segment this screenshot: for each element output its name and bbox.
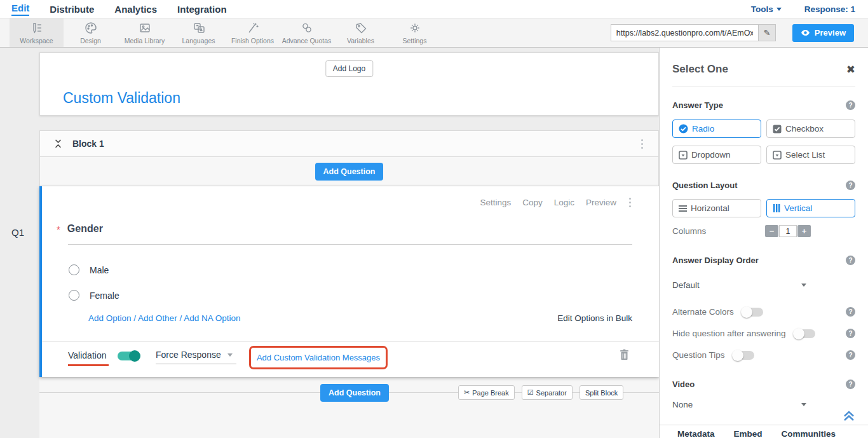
validation-toggle[interactable] [118,352,139,360]
scroll-to-top-button[interactable] [843,410,855,424]
tab-embed[interactable]: Embed [734,429,763,438]
select-list-icon [773,151,782,160]
help-icon[interactable]: ? [846,181,855,190]
video-value: None [672,400,693,409]
toolbar-label: Variables [347,37,374,44]
minus-icon: − [770,227,775,235]
option-add-links: Add Option / Add Other / Add NA Option [88,313,241,323]
help-icon[interactable]: ? [846,329,855,338]
question-tips-toggle[interactable] [733,351,754,360]
tag-icon [354,21,368,35]
add-custom-validation-messages-link[interactable]: Add Custom Validation Messages [257,353,380,362]
answer-type-checkbox-button[interactable]: Checkbox [766,120,855,138]
hide-question-toggle[interactable] [794,329,815,338]
add-other-link[interactable]: Add Other [138,313,177,323]
columns-plus-button[interactable]: + [797,225,811,237]
option-label[interactable]: Male [90,265,109,275]
separator-label: Separator [536,389,567,397]
tab-metadata[interactable]: Metadata [677,429,715,438]
video-label-row: Video ? [672,380,855,389]
help-icon[interactable]: ? [846,307,855,317]
toolbar-item-languages[interactable]: Languages [172,18,226,47]
answer-type-label: Answer Type [672,100,723,110]
split-block-button[interactable]: Split Block [580,385,623,400]
add-na-option-link[interactable]: Add NA Option [184,313,240,323]
answer-type-select-list-button[interactable]: Select List [766,146,855,164]
answer-option-row: Male [69,264,109,275]
nav-tab-integration[interactable]: Integration [177,4,227,15]
help-icon[interactable]: ? [846,256,855,265]
toolbar-item-variables[interactable]: Variables [334,18,388,47]
toolbar-item-media-library[interactable]: Media Library [118,18,172,47]
collapse-block-icon[interactable] [54,139,62,149]
layout-option-label: Vertical [784,203,812,213]
toolbar-item-workspace[interactable]: Workspace [10,18,64,47]
columns-value: 1 [779,225,797,237]
question-tips-row: Question Tips ? [672,350,855,360]
answer-type-option-label: Radio [692,124,714,133]
question-preview-link[interactable]: Preview [586,198,616,207]
radio-button-female[interactable] [69,290,79,301]
hide-question-label: Hide question after answering [672,329,786,338]
checkbox-icon [773,125,782,133]
alternate-colors-toggle[interactable] [742,308,763,317]
help-icon[interactable]: ? [846,100,855,110]
question-text[interactable]: Gender [67,223,103,235]
option-label[interactable]: Female [90,291,119,301]
add-logo-button[interactable]: Add Logo [325,60,373,77]
video-select[interactable]: None [672,400,855,409]
alternate-colors-row: Alternate Colors ? [672,307,855,317]
response-count[interactable]: Response: 1 [804,4,855,14]
toolbar-item-design[interactable]: Design [64,18,118,47]
question-settings-link[interactable]: Settings [480,198,511,207]
columns-stepper: − 1 + [765,225,811,237]
question-kebab-menu-icon[interactable] [629,198,631,207]
answer-type-dropdown-button[interactable]: Dropdown [672,146,761,164]
tab-communities[interactable]: Communities [782,429,836,438]
layout-horizontal-button[interactable]: Horizontal [672,199,761,217]
edit-options-in-bulk-link[interactable]: Edit Options in Bulk [557,313,632,323]
separator-button[interactable]: ☑ Separator [522,385,573,400]
nav-tab-edit[interactable]: Edit [11,3,29,16]
page-break-button[interactable]: ✂ Page Break [458,385,515,400]
answer-type-option-label: Dropdown [691,150,731,160]
answer-display-order-select[interactable]: Default [672,280,855,290]
preview-label: Preview [815,28,846,38]
horizontal-lines-icon [679,205,687,212]
toolbar-label: Design [80,37,101,44]
toolbar-label: Advance Quotas [282,37,332,44]
block-kebab-menu-icon[interactable] [641,139,643,149]
force-response-dropdown[interactable]: Force Response [156,350,236,364]
validation-label: Validation [68,350,106,360]
answer-type-radio-button[interactable]: Radio [672,120,761,138]
add-question-button[interactable]: Add Question [315,163,384,181]
block-title[interactable]: Block 1 [72,139,104,149]
toolbar-item-settings[interactable]: Settings [388,18,442,47]
add-question-button-bottom[interactable]: Add Question [320,384,389,402]
radio-check-icon [679,124,688,133]
red-annotation-underline [68,364,109,366]
tools-dropdown[interactable]: Tools [751,4,782,14]
help-icon[interactable]: ? [846,350,855,360]
question-layout-grid: Horizontal Vertical [672,199,855,217]
columns-minus-button[interactable]: − [765,225,778,237]
help-icon[interactable]: ? [846,380,855,389]
survey-title[interactable]: Custom Validation [63,90,180,107]
toolbar-item-advance-quotas[interactable]: Advance Quotas [280,18,334,47]
chevron-down-icon [801,284,806,287]
layout-option-label: Horizontal [691,203,729,213]
question-logic-link[interactable]: Logic [554,198,574,207]
close-icon[interactable]: ✖ [846,64,855,75]
radio-button-male[interactable] [69,264,79,275]
delete-question-button[interactable] [620,349,629,363]
survey-url-input[interactable] [611,24,758,41]
layout-vertical-button[interactable]: Vertical [766,199,855,217]
toolbar-item-finish-options[interactable]: Finish Options [226,18,280,47]
preview-button[interactable]: Preview [792,24,854,42]
nav-tab-analytics[interactable]: Analytics [114,4,157,15]
nav-tab-distribute[interactable]: Distribute [50,4,94,15]
edit-url-button[interactable]: ✎ [758,24,776,41]
chevron-down-icon [776,8,782,11]
question-copy-link[interactable]: Copy [522,198,543,207]
add-option-link[interactable]: Add Option [88,313,132,323]
